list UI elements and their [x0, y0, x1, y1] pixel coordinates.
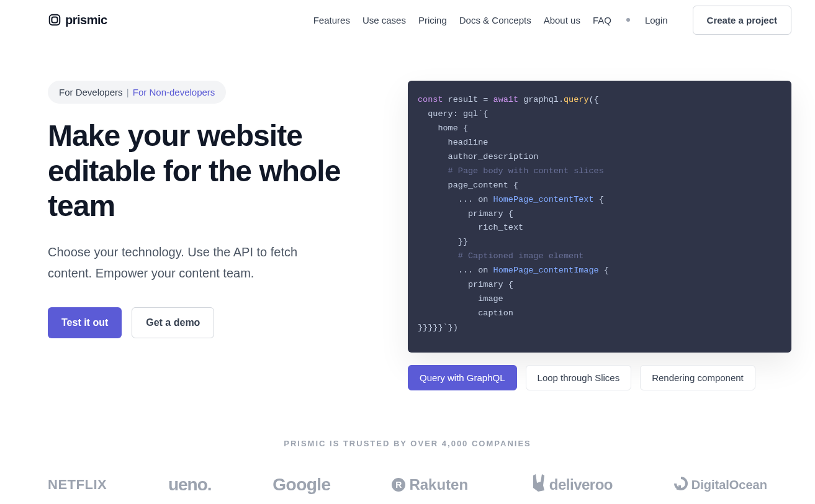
trust-section: PRISMIC IS TRUSTED BY OVER 4,000 COMPANI…: [0, 439, 815, 495]
logo-deliveroo-text: deliveroo: [549, 476, 613, 493]
nav-features[interactable]: Features: [313, 15, 350, 25]
logo-rakuten-text: Rakuten: [409, 476, 468, 493]
nav-about[interactable]: About us: [544, 15, 580, 25]
svg-rect-3: [677, 488, 678, 490]
logo-netflix: NETFLIX: [48, 477, 107, 493]
audience-pill: For Developers | For Non-developers: [48, 81, 226, 104]
digitalocean-icon: [674, 477, 688, 493]
test-it-out-button[interactable]: Test it out: [48, 307, 122, 338]
logo-deliveroo: deliveroo: [529, 474, 613, 495]
hero-section: For Developers | For Non-developers Make…: [0, 40, 815, 390]
logo-mark-icon: [48, 13, 61, 27]
brand-name: prismic: [65, 13, 107, 27]
tab-loop-slices[interactable]: Loop through Slices: [526, 365, 632, 390]
hero-subhead: Choose your technology. Use the API to f…: [48, 241, 315, 284]
code-tabs: Query with GraphQL Loop through Slices R…: [408, 365, 791, 390]
svg-rect-0: [50, 15, 60, 25]
nav-faq[interactable]: FAQ: [593, 15, 611, 25]
company-logos-row: NETFLIX ueno. Google R Rakuten deliveroo: [48, 474, 767, 495]
pill-separator: |: [127, 87, 129, 97]
hero-right: const result = await graphql.query({ que…: [408, 81, 791, 390]
logo-ueno: ueno.: [168, 475, 212, 495]
logo-digitalocean-text: DigitalOcean: [691, 478, 767, 492]
pill-developers[interactable]: For Developers: [59, 87, 123, 97]
hero-cta-row: Test it out Get a demo: [48, 307, 371, 338]
create-project-button[interactable]: Create a project: [693, 6, 791, 35]
primary-nav: Features Use cases Pricing Docs & Concep…: [313, 6, 791, 35]
deliveroo-kangaroo-icon: [529, 474, 546, 495]
hero-headline: Make your website editable for the whole…: [48, 119, 371, 224]
site-header: prismic Features Use cases Pricing Docs …: [0, 0, 815, 40]
hero-left: For Developers | For Non-developers Make…: [48, 81, 371, 390]
brand-logo[interactable]: prismic: [48, 13, 107, 27]
code-sample: const result = await graphql.query({ que…: [408, 81, 791, 353]
svg-rect-2: [678, 485, 681, 488]
nav-use-cases[interactable]: Use cases: [362, 15, 406, 25]
svg-rect-1: [52, 17, 57, 22]
tab-rendering-component[interactable]: Rendering component: [640, 365, 755, 390]
nav-pricing[interactable]: Pricing: [418, 15, 447, 25]
nav-separator-dot-icon: [626, 18, 630, 22]
trust-label: PRISMIC IS TRUSTED BY OVER 4,000 COMPANI…: [48, 439, 767, 448]
tab-query-graphql[interactable]: Query with GraphQL: [408, 365, 517, 390]
logo-digitalocean: DigitalOcean: [674, 477, 767, 493]
pill-non-developers[interactable]: For Non-developers: [133, 87, 215, 97]
rakuten-r-icon: R: [392, 478, 405, 492]
logo-rakuten: R Rakuten: [392, 476, 468, 493]
nav-login[interactable]: Login: [645, 15, 668, 25]
nav-docs[interactable]: Docs & Concepts: [459, 15, 531, 25]
logo-google: Google: [272, 475, 330, 495]
get-demo-button[interactable]: Get a demo: [132, 307, 214, 338]
